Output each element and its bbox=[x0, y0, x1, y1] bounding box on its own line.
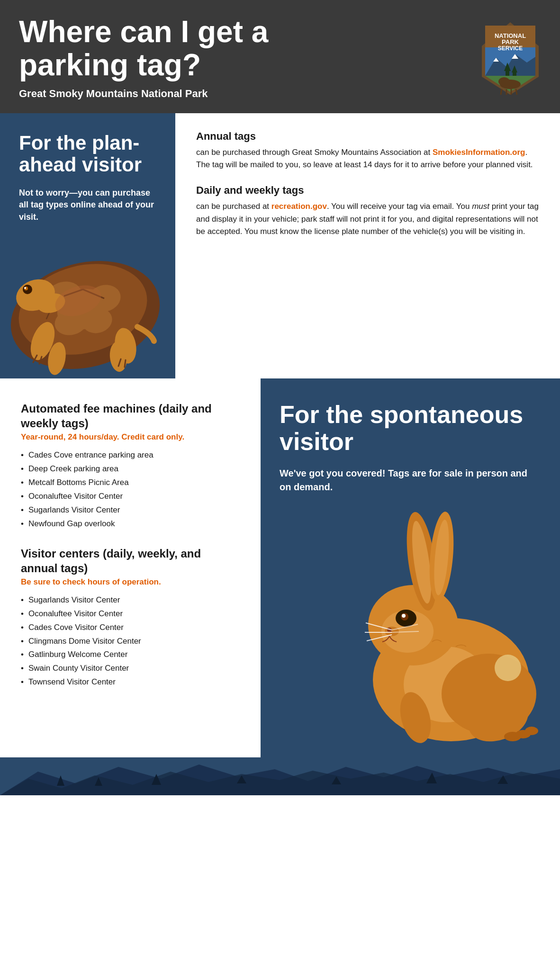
header: Where can I get a parking tag? Great Smo… bbox=[0, 0, 560, 113]
bottom-left: Automated fee machines (daily and weekly… bbox=[0, 378, 261, 757]
svg-text:SERVICE: SERVICE bbox=[498, 45, 523, 52]
smokies-link[interactable]: SmokiesInformation.org bbox=[433, 148, 525, 157]
list-item: Cades Cove Visitor Center bbox=[21, 621, 240, 635]
bottom-section: Automated fee machines (daily and weekly… bbox=[0, 378, 560, 757]
spontaneous-text: We've got you covered! Tags are for sale… bbox=[280, 467, 541, 494]
list-item: Clingmans Dome Visitor Center bbox=[21, 635, 240, 648]
automated-locations-list: Cades Cove entrance parking area Deep Cr… bbox=[21, 449, 240, 530]
annual-tags-text: can be purchased through Great Smoky Mou… bbox=[196, 146, 539, 171]
bottom-right: For the spontaneous visitor We've got yo… bbox=[261, 378, 560, 757]
svg-line-10 bbox=[501, 89, 502, 95]
page-title: Where can I get a parking tag? bbox=[19, 15, 351, 82]
svg-line-13 bbox=[516, 89, 517, 95]
visitor-centers-subheading: Be sure to check hours of operation. bbox=[21, 577, 240, 587]
plan-ahead-section: For the plan-ahead visitor Not to worry—… bbox=[0, 113, 560, 378]
header-subtitle: Great Smoky Mountains National Park bbox=[19, 88, 351, 100]
automated-subheading: Year-round, 24 hours/day. Credit card on… bbox=[21, 432, 240, 442]
turtle-illustration bbox=[0, 239, 180, 393]
list-item: Swain County Visitor Center bbox=[21, 662, 240, 675]
visitor-centers-heading: Visitor centers (daily, weekly, and annu… bbox=[21, 546, 240, 575]
list-item: Sugarlands Visitor Center bbox=[21, 503, 240, 517]
list-item: Metcalf Bottoms Picnic Area bbox=[21, 476, 240, 490]
recreation-link[interactable]: recreation.gov bbox=[271, 202, 327, 211]
svg-point-52 bbox=[402, 614, 406, 618]
list-item: Sugarlands Visitor Center bbox=[21, 593, 240, 607]
annual-tags-heading: Annual tags bbox=[196, 130, 539, 143]
svg-point-9 bbox=[498, 77, 510, 86]
plan-ahead-subtitle: Not to worry—you can purchase all tag ty… bbox=[19, 187, 161, 223]
nps-badge: NATIONAL PARK SERVICE bbox=[479, 20, 541, 98]
list-item: Gatlinburg Welcome Center bbox=[21, 648, 240, 662]
header-title-block: Where can I get a parking tag? Great Smo… bbox=[19, 15, 351, 100]
svg-point-31 bbox=[24, 287, 26, 289]
plan-ahead-left: For the plan-ahead visitor Not to worry—… bbox=[0, 113, 175, 378]
plan-ahead-heading: For the plan-ahead visitor bbox=[19, 132, 161, 176]
list-item: Cades Cove entrance parking area bbox=[21, 449, 240, 462]
footer bbox=[0, 757, 560, 795]
plan-ahead-right: Annual tags can be purchased through Gre… bbox=[175, 113, 560, 378]
svg-text:PARK: PARK bbox=[502, 38, 519, 45]
daily-weekly-text: can be purchased at recreation.gov. You … bbox=[196, 200, 539, 238]
spontaneous-heading: For the spontaneous visitor bbox=[280, 401, 541, 455]
svg-point-67 bbox=[495, 655, 521, 681]
svg-line-41 bbox=[125, 360, 126, 367]
list-item: Newfound Gap overlook bbox=[21, 517, 240, 531]
list-item: Oconaluftee Visitor Center bbox=[21, 607, 240, 621]
automated-heading: Automated fee machines (daily and weekly… bbox=[21, 401, 240, 431]
list-item: Townsend Visitor Center bbox=[21, 675, 240, 689]
list-item: Oconaluftee Visitor Center bbox=[21, 490, 240, 503]
rabbit-illustration bbox=[337, 509, 560, 757]
visitor-centers-list: Sugarlands Visitor Center Oconaluftee Vi… bbox=[21, 593, 240, 689]
daily-weekly-heading: Daily and weekly tags bbox=[196, 184, 539, 197]
list-item: Deep Creek parking area bbox=[21, 462, 240, 476]
svg-point-61 bbox=[525, 727, 538, 735]
